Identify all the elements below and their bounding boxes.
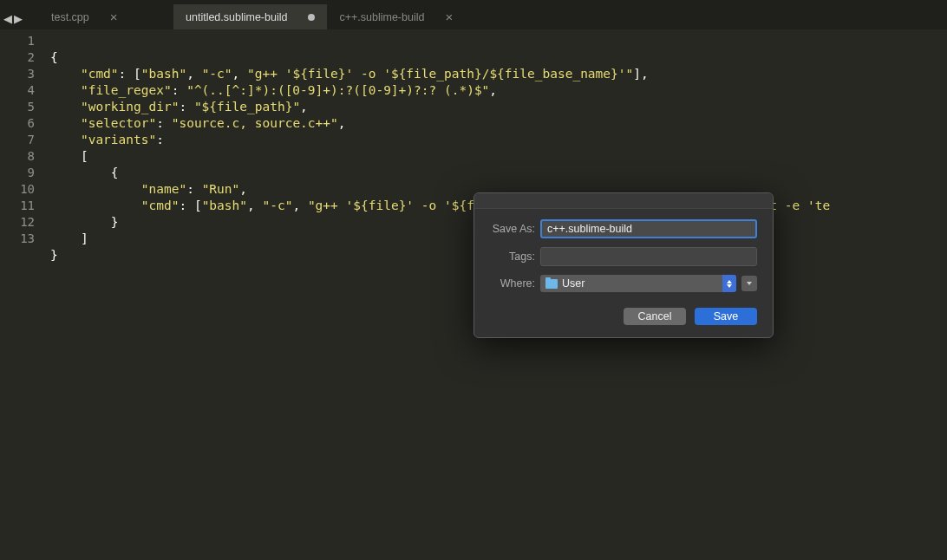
code-token: [ (50, 149, 88, 163)
gutter: 1 2 3 4 5 6 7 8 9 10 11 12 13 (0, 29, 50, 560)
code-token (50, 182, 141, 196)
code-token: "g++ '${file}' -o '${file_path}/${file_b… (247, 67, 633, 81)
dialog-buttons: Cancel Save (474, 308, 773, 325)
code-token: "bash" (202, 199, 247, 212)
nav-back-icon[interactable]: ◀ (3, 12, 12, 21)
code-token: : (156, 116, 171, 130)
where-value: User (562, 277, 585, 290)
line-number: 5 (0, 99, 35, 115)
close-icon[interactable]: × (445, 10, 453, 23)
code-token: : [ (119, 67, 141, 81)
code-token: "working_dir" (81, 100, 180, 114)
code-token: "file_regex" (81, 83, 172, 97)
tab-label: c++.sublime-build (339, 11, 424, 23)
expand-button[interactable] (741, 276, 757, 291)
folder-icon (545, 279, 558, 289)
line-number: 2 (0, 49, 35, 66)
save-as-input[interactable] (540, 219, 757, 238)
code-token: : (186, 182, 201, 196)
code-token (50, 83, 81, 97)
code-token: "bash" (141, 67, 186, 81)
nav-forward-icon[interactable]: ▶ (14, 12, 23, 21)
code-token: , (239, 182, 247, 196)
code-token: } (50, 248, 58, 262)
code-token: { (50, 50, 58, 64)
where-select[interactable]: User (540, 275, 736, 292)
code-token: "cmd" (81, 67, 119, 81)
code-token: "^(..[^:]*):([0-9]+):?([0-9]+)?:? (.*)$" (186, 83, 489, 97)
code-token: "selector" (81, 116, 156, 130)
where-label: Where: (490, 277, 540, 290)
code-token: "name" (141, 182, 186, 196)
tab-cpp-build[interactable]: c++.sublime-build × (327, 4, 465, 29)
code-token: : (172, 83, 186, 97)
select-arrows-icon (722, 275, 736, 292)
dirty-indicator-icon (308, 14, 315, 21)
line-number: 6 (0, 115, 35, 132)
code-token: { (50, 166, 119, 179)
code-token: , (300, 100, 308, 114)
code-token: , (292, 199, 307, 212)
code-token: "-c" (262, 199, 292, 212)
close-icon[interactable]: × (110, 10, 118, 23)
code-token: "${file_path}" (194, 100, 300, 114)
line-number: 4 (0, 82, 35, 99)
line-number: 8 (0, 148, 35, 165)
code-token (50, 116, 81, 130)
where-row: Where: User (474, 275, 773, 292)
code-token: "Run" (202, 182, 240, 196)
line-number: 3 (0, 66, 35, 82)
code-token: , (489, 83, 497, 97)
tags-label: Tags: (490, 251, 540, 263)
tab-label: untitled.sublime-build (186, 11, 287, 23)
cancel-button[interactable]: Cancel (624, 308, 686, 325)
save-dialog: Save As: Tags: Where: User Cancel Save (474, 192, 774, 338)
line-number: 10 (0, 181, 35, 198)
code-token: "variants" (81, 133, 156, 147)
code-token: , (232, 67, 247, 81)
code-token (50, 67, 81, 81)
line-number: 9 (0, 165, 35, 181)
tags-input[interactable] (540, 247, 757, 266)
code-token: "source.c, source.c++" (172, 116, 338, 130)
line-number: 13 (0, 231, 35, 247)
chevron-down-icon (747, 282, 752, 285)
tags-row: Tags: (474, 247, 773, 266)
code-token (50, 199, 141, 212)
line-number: 7 (0, 132, 35, 148)
code-token: , (247, 199, 262, 212)
line-number: 12 (0, 214, 35, 231)
code-token: "-c" (202, 67, 232, 81)
tab-untitled-build[interactable]: untitled.sublime-build (173, 4, 327, 29)
code-token: "cmd" (141, 199, 180, 212)
code-token: : [ (179, 199, 201, 212)
nav-arrows: ◀ ▶ (3, 12, 23, 21)
tabs: test.cpp × untitled.sublime-build c++.su… (0, 4, 947, 29)
code-token: ], (633, 67, 648, 81)
save-as-row: Save As: (474, 219, 773, 238)
code-token: : (156, 133, 164, 147)
code-token: , (186, 67, 201, 81)
code-token (50, 133, 81, 147)
tab-label: test.cpp (51, 11, 89, 23)
code-token (50, 100, 81, 114)
dialog-titlebar[interactable] (474, 193, 773, 209)
save-button[interactable]: Save (695, 308, 757, 325)
code-token: } (50, 215, 119, 229)
save-as-label: Save As: (490, 223, 540, 235)
code-token: : (179, 100, 193, 114)
code-token: , (338, 116, 346, 130)
tab-test-cpp[interactable]: test.cpp × (39, 4, 173, 29)
line-number: 1 (0, 33, 35, 49)
line-number: 11 (0, 198, 35, 214)
code-token: ] (50, 231, 88, 245)
